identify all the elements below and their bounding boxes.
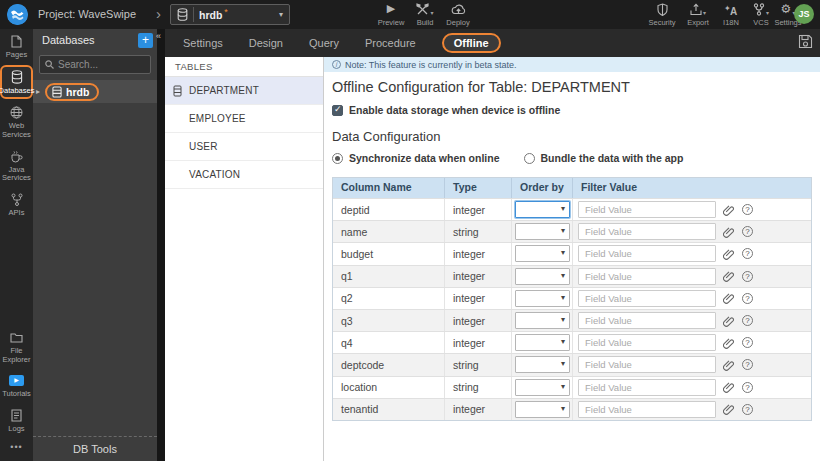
filter-value-input[interactable]	[578, 290, 716, 307]
data-config-radios: Synchronize data when online Bundle the …	[332, 152, 820, 164]
filter-value-input[interactable]	[578, 379, 716, 396]
filter-value-input[interactable]	[578, 312, 716, 329]
hrdb-highlight[interactable]: hrdb	[45, 83, 99, 101]
db-tools-button[interactable]: DB Tools	[33, 436, 157, 461]
header-column-name: Column Name	[333, 178, 445, 198]
order-by-select[interactable]	[515, 268, 570, 285]
expand-arrow-icon[interactable]	[36, 87, 45, 96]
bind-paperclip-icon[interactable]	[723, 315, 735, 327]
export-icon	[690, 3, 702, 16]
sidebar-item-tutorials[interactable]: Tutorials	[0, 368, 33, 403]
column-type-cell: integer	[445, 243, 512, 264]
bind-paperclip-icon[interactable]	[723, 270, 735, 282]
sidebar-item-logs[interactable]: Logs	[0, 403, 33, 438]
help-icon[interactable]	[742, 404, 753, 415]
sidebar-item-file-explorer[interactable]: File Explorer	[0, 325, 33, 368]
help-icon[interactable]	[742, 382, 753, 393]
sidebar-item-java-services[interactable]: Java Services	[0, 144, 33, 187]
order-by-select[interactable]	[515, 201, 570, 218]
table-row: deptid integer	[333, 198, 811, 220]
radio-icon[interactable]	[524, 153, 535, 164]
table-item-department[interactable]: DEPARTMENT	[165, 77, 323, 105]
bind-paperclip-icon[interactable]	[723, 337, 735, 349]
filter-value-input[interactable]	[578, 401, 716, 418]
tab-query[interactable]: Query	[309, 37, 339, 49]
security-button[interactable]: Security	[645, 2, 679, 28]
add-database-button[interactable]	[138, 33, 153, 48]
preview-button[interactable]: Preview	[374, 2, 408, 28]
help-icon[interactable]	[742, 359, 753, 370]
database-selector-dropdown[interactable]: hrdb *	[170, 4, 290, 25]
order-by-select[interactable]	[515, 223, 570, 240]
order-by-select[interactable]	[515, 245, 570, 262]
help-icon[interactable]	[742, 315, 753, 326]
tab-design[interactable]: Design	[249, 37, 283, 49]
order-by-select[interactable]	[515, 290, 570, 307]
order-by-select[interactable]	[515, 401, 570, 418]
sidebar-item-databases[interactable]: Databases	[0, 65, 33, 100]
filter-value-input[interactable]	[578, 245, 716, 262]
build-button[interactable]: Build	[408, 2, 442, 28]
table-row: deptcode string	[333, 353, 811, 375]
column-name-cell: q4	[333, 332, 445, 353]
search-input[interactable]	[58, 59, 145, 70]
sidebar-more-button[interactable]	[0, 437, 33, 461]
filter-value-input[interactable]	[578, 223, 716, 240]
help-icon[interactable]	[742, 204, 753, 215]
filter-value-input[interactable]	[578, 356, 716, 373]
bind-paperclip-icon[interactable]	[723, 381, 735, 393]
help-icon[interactable]	[742, 271, 753, 282]
order-by-select[interactable]	[515, 312, 570, 329]
radio-bundle[interactable]: Bundle the data with the app	[524, 152, 684, 164]
order-by-select[interactable]	[515, 379, 570, 396]
chevron-down-icon	[703, 9, 706, 16]
filter-value-input[interactable]	[578, 201, 716, 218]
order-by-select[interactable]	[515, 356, 570, 373]
bind-paperclip-icon[interactable]	[723, 226, 735, 238]
help-icon[interactable]	[742, 293, 753, 304]
folder-icon	[10, 330, 23, 345]
bind-paperclip-icon[interactable]	[723, 204, 735, 216]
more-icon	[10, 442, 22, 453]
database-icon	[52, 86, 62, 98]
bind-paperclip-icon[interactable]	[723, 359, 735, 371]
radio-icon[interactable]	[332, 153, 343, 164]
help-icon[interactable]	[742, 226, 753, 237]
order-by-select[interactable]	[515, 334, 570, 351]
bind-paperclip-icon[interactable]	[723, 248, 735, 260]
export-button[interactable]: Export	[681, 2, 715, 28]
save-icon[interactable]	[798, 34, 813, 49]
sidebar-item-apis[interactable]: APIs	[0, 187, 33, 222]
bind-paperclip-icon[interactable]	[723, 403, 735, 415]
table-item-vacation[interactable]: VACATION	[165, 161, 323, 189]
sidebar-item-pages[interactable]: Pages	[0, 29, 33, 64]
tab-settings[interactable]: Settings	[183, 37, 223, 49]
deploy-button[interactable]: Deploy	[441, 2, 475, 28]
tab-procedure[interactable]: Procedure	[365, 37, 416, 49]
tab-offline[interactable]: Offline	[442, 33, 501, 53]
table-item-employee[interactable]: EMPLOYEE	[165, 105, 323, 133]
table-row: q4 integer	[333, 331, 811, 353]
db-tree-item-hrdb[interactable]: hrdb	[33, 80, 157, 103]
radio-synchronize[interactable]: Synchronize data when online	[332, 152, 500, 164]
table-item-user[interactable]: USER	[165, 133, 323, 161]
sidebar-item-web-services[interactable]: Web Services	[0, 100, 33, 143]
build-tools-icon	[416, 3, 429, 16]
filter-value-input[interactable]	[578, 334, 716, 351]
database-search[interactable]	[39, 55, 151, 74]
table-rows: deptid integer name s	[333, 198, 811, 420]
filter-value-input[interactable]	[578, 268, 716, 285]
collapse-panel-icon[interactable]	[156, 31, 161, 41]
enable-offline-checkbox[interactable]	[332, 105, 343, 116]
database-icon	[11, 70, 23, 85]
tables-panel: TABLES DEPARTMENT EMPLOYEE USER VACATION	[165, 57, 324, 461]
i18n-button[interactable]: ✦A I18N	[714, 2, 748, 28]
table-row: location string	[333, 376, 811, 398]
unsaved-marker: *	[224, 7, 228, 17]
bind-paperclip-icon[interactable]	[723, 292, 735, 304]
user-avatar[interactable]: JS	[794, 4, 814, 24]
offline-config-table: Column Name Type Order by Filter Value d…	[332, 177, 812, 421]
help-icon[interactable]	[742, 337, 753, 348]
help-icon[interactable]	[742, 248, 753, 259]
table-header-row: Column Name Type Order by Filter Value	[333, 178, 811, 198]
